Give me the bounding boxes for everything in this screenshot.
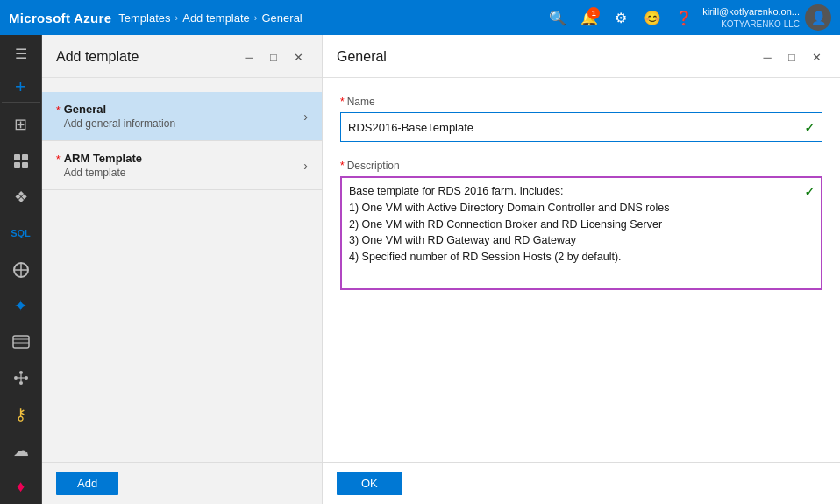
svg-rect-3 xyxy=(22,162,28,168)
svg-rect-7 xyxy=(13,336,29,348)
panel-left-title: Add template xyxy=(56,49,139,65)
user-org: KOTYARENKO LLC xyxy=(702,18,800,30)
svg-point-11 xyxy=(25,376,28,380)
more-icon[interactable]: ♦ xyxy=(2,470,40,504)
name-valid-icon: ✓ xyxy=(804,119,815,136)
add-button[interactable]: Add xyxy=(56,472,118,495)
step-arm-title: ARM Template xyxy=(64,152,304,165)
cloud-icon[interactable]: ☁ xyxy=(2,433,40,467)
breadcrumb-sep-1: › xyxy=(175,12,179,23)
step-general-text: General Add general information xyxy=(64,103,304,130)
breadcrumb-sep-2: › xyxy=(254,12,258,23)
name-input[interactable] xyxy=(340,112,822,142)
name-field: * Name ✓ xyxy=(340,96,822,142)
create-resource-button[interactable]: + xyxy=(2,71,40,102)
hamburger-icon[interactable]: ☰ xyxy=(2,39,40,69)
step-arm-text: ARM Template Add template xyxy=(64,152,304,179)
maximize-button[interactable]: □ xyxy=(264,47,283,67)
panel-left-footer: Add xyxy=(42,462,322,504)
svg-point-10 xyxy=(14,376,18,380)
notification-icon[interactable]: 🔔 1 xyxy=(576,4,602,31)
panel-right-maximize[interactable]: □ xyxy=(782,47,801,67)
step-arm-required: * xyxy=(56,152,61,166)
panel-right-minimize[interactable]: ─ xyxy=(758,47,777,67)
user-name: kirill@kotlyarenko.on... xyxy=(702,5,800,18)
step-general-title: General xyxy=(64,103,304,116)
name-input-wrapper: ✓ xyxy=(340,112,822,142)
svg-rect-2 xyxy=(14,162,20,168)
step-general-required: * xyxy=(56,103,61,117)
notification-badge: 1 xyxy=(587,7,600,19)
topbar: Microsoft Azure Templates › Add template… xyxy=(0,0,840,35)
svg-point-12 xyxy=(19,371,23,374)
panel-right-title: General xyxy=(337,49,387,65)
step-arm-arrow: › xyxy=(303,159,308,173)
step-arm-subtitle: Add template xyxy=(64,167,304,179)
panel-right-close[interactable]: ✕ xyxy=(807,47,826,67)
step-general[interactable]: * General Add general information › xyxy=(42,92,322,141)
key-vault-icon[interactable]: ⚷ xyxy=(2,397,40,431)
panel-left-controls: ─ □ ✕ xyxy=(239,47,308,67)
icon-rail: ☰ + ⊞ ❖ SQL ✦ ⚷ ☁ ♦ xyxy=(0,35,42,504)
panel-right-footer: OK xyxy=(323,462,840,504)
brand-logo: Microsoft Azure xyxy=(9,11,111,25)
sql-icon[interactable]: SQL xyxy=(2,217,40,251)
panel-right-content: * Name ✓ * Description ✓ xyxy=(323,78,840,462)
favorites-icon[interactable]: ❖ xyxy=(2,180,40,214)
panel-left-header: Add template ─ □ ✕ xyxy=(42,35,322,78)
panel-right-header: General ─ □ ✕ xyxy=(323,35,840,78)
description-field: * Description ✓ xyxy=(340,160,822,294)
search-icon[interactable]: 🔍 xyxy=(545,4,571,31)
close-button[interactable]: ✕ xyxy=(288,47,308,67)
step-general-arrow: › xyxy=(303,110,308,124)
panel-left: Add template ─ □ ✕ * General Add general… xyxy=(42,35,323,504)
name-required-marker: * xyxy=(340,96,345,108)
settings-icon[interactable]: ⚙ xyxy=(608,4,634,31)
panel-left-content: * General Add general information › * AR… xyxy=(42,78,322,462)
description-label-text: Description xyxy=(347,160,400,172)
all-services-icon[interactable] xyxy=(2,144,40,178)
description-input[interactable] xyxy=(340,176,822,290)
help-icon[interactable]: ❓ xyxy=(671,4,697,31)
name-label-text: Name xyxy=(347,96,375,108)
user-info[interactable]: kirill@kotlyarenko.on... KOTYARENKO LLC … xyxy=(702,4,831,31)
avatar[interactable]: 👤 xyxy=(805,4,831,31)
description-required-marker: * xyxy=(340,160,345,172)
name-label: * Name xyxy=(340,96,822,108)
marketplace-icon[interactable]: ✦ xyxy=(2,288,40,323)
step-arm-template[interactable]: * ARM Template Add template › xyxy=(42,141,322,190)
step-general-subtitle: Add general information xyxy=(64,117,304,130)
dashboard-icon[interactable]: ⊞ xyxy=(2,108,40,142)
minimize-button[interactable]: ─ xyxy=(239,47,259,67)
storage-icon[interactable] xyxy=(2,325,40,359)
breadcrumb: Templates › Add template › General xyxy=(118,11,537,25)
virtual-networks-icon[interactable] xyxy=(2,361,40,395)
panel-right: General ─ □ ✕ * Name ✓ xyxy=(323,35,840,504)
user-text: kirill@kotlyarenko.on... KOTYARENKO LLC xyxy=(702,5,800,29)
description-textarea-wrapper: ✓ xyxy=(340,176,822,294)
svg-point-13 xyxy=(19,381,23,385)
resource-groups-icon[interactable] xyxy=(2,252,40,287)
description-label: * Description xyxy=(340,160,822,172)
feedback-icon[interactable]: 😊 xyxy=(639,4,666,31)
breadcrumb-templates[interactable]: Templates xyxy=(118,11,170,25)
breadcrumb-add-template[interactable]: Add template xyxy=(182,11,250,25)
main-layout: ☰ + ⊞ ❖ SQL ✦ ⚷ ☁ ♦ Add template ─ □ ✕ xyxy=(0,35,840,504)
svg-rect-0 xyxy=(14,154,20,160)
topbar-icons: 🔍 🔔 1 ⚙ 😊 ❓ kirill@kotlyarenko.on... KOT… xyxy=(545,4,831,31)
breadcrumb-general[interactable]: General xyxy=(262,11,303,25)
description-valid-icon: ✓ xyxy=(804,183,815,200)
panel-right-controls: ─ □ ✕ xyxy=(758,47,826,67)
ok-button[interactable]: OK xyxy=(337,472,402,495)
svg-rect-1 xyxy=(22,154,28,160)
